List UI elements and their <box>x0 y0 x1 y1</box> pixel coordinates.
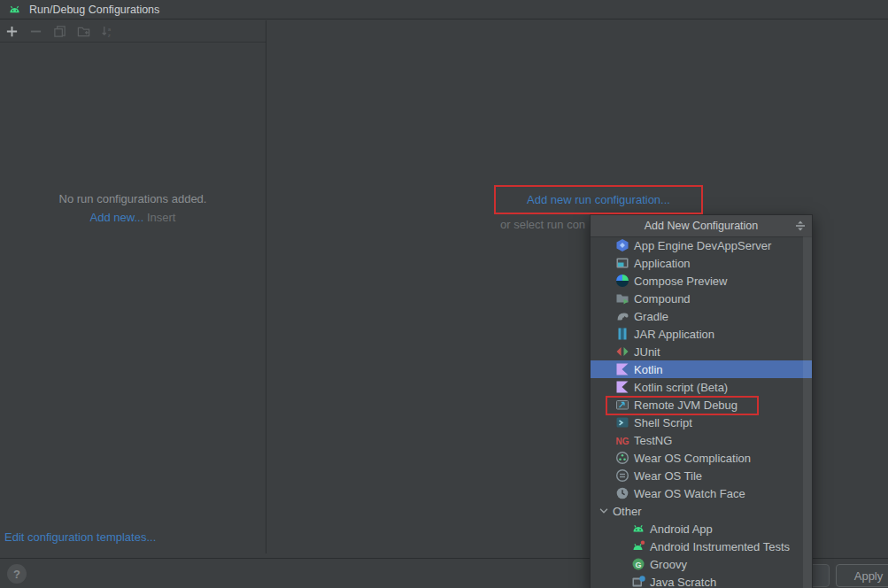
android-instrumented-tests-icon <box>631 539 645 553</box>
shell-script-icon <box>615 415 629 429</box>
panel-divider <box>266 20 266 553</box>
popup-item-kotlin[interactable]: Kotlin <box>591 360 812 378</box>
gradle-icon <box>615 309 629 323</box>
popup-item-label: Compose Preview <box>634 275 728 288</box>
popup-item-label: Remote JVM Debug <box>634 398 737 412</box>
popup-item-label: Kotlin <box>634 363 663 376</box>
popup-item-wear-os-tile[interactable]: Wear OS Tile <box>591 467 812 484</box>
popup-item-wear-os-watch-face[interactable]: Wear OS Watch Face <box>591 484 812 502</box>
popup-item-label: Java Scratch <box>650 576 716 588</box>
wear-os-complication-icon <box>615 451 629 465</box>
popup-scrollbar[interactable] <box>803 236 812 588</box>
popup-item-application[interactable]: Application <box>591 254 812 272</box>
popup-item-label: Wear OS Tile <box>634 469 702 483</box>
compound-icon <box>615 291 629 306</box>
remote-jvm-debug-icon <box>615 398 629 412</box>
popup-item-label: JAR Application <box>634 328 714 341</box>
popup-title: Add New Configuration <box>645 220 759 232</box>
new-folder-button[interactable] <box>77 25 90 38</box>
kotlin-icon <box>615 362 629 376</box>
popup-item-label: Groovy <box>650 558 687 571</box>
android-studio-logo-icon <box>8 3 21 16</box>
popup-item-java-scratch[interactable]: Java Scratch <box>591 573 812 588</box>
kotlin-icon <box>615 380 629 394</box>
app-engine-icon <box>615 238 629 252</box>
junit-icon <box>615 344 629 359</box>
empty-configurations-message: No run configurations added. <box>0 192 266 205</box>
highlight-box-add-new: Add new run configuration... <box>494 185 703 214</box>
popup-item-testng[interactable]: NGTestNG <box>591 431 812 449</box>
add-new-run-configuration-link[interactable]: Add new run configuration... <box>527 193 670 206</box>
wear-os-tile-icon <box>615 468 629 483</box>
popup-item-label: Kotlin script (Beta) <box>634 381 728 394</box>
add-new-row: Add new... Insert <box>0 211 266 224</box>
titlebar: Run/Debug Configurations <box>0 0 888 19</box>
svg-text:G: G <box>635 561 641 569</box>
select-run-configuration-hint: or select run con <box>500 218 585 231</box>
popup-item-label: JUnit <box>634 345 660 359</box>
popup-item-junit[interactable]: JUnit <box>591 343 812 360</box>
chevron-down-icon <box>598 504 610 518</box>
popup-options-icon[interactable] <box>793 219 807 233</box>
popup-header: Add New Configuration <box>591 215 812 237</box>
compose-preview-icon <box>615 274 629 288</box>
apply-button[interactable]: Apply <box>836 564 888 587</box>
copy-button[interactable] <box>53 25 66 38</box>
popup-item-android-app[interactable]: Android App <box>591 520 812 538</box>
android-app-icon <box>631 522 645 536</box>
popup-item-shell-script[interactable]: Shell Script <box>591 414 812 431</box>
popup-item-remote-jvm-debug[interactable]: Remote JVM Debug <box>591 396 812 414</box>
add-new-link[interactable]: Add new... <box>90 211 144 224</box>
popup-item-label: Shell Script <box>634 416 692 429</box>
edit-configuration-templates-link[interactable]: Edit configuration templates... <box>4 530 156 544</box>
configuration-type-list: App Engine DevAppServerApplicationCompos… <box>591 236 812 588</box>
svg-text:a: a <box>108 25 112 31</box>
wear-os-watch-face-icon <box>615 486 629 500</box>
popup-item-kotlin-script-beta[interactable]: Kotlin script (Beta) <box>591 378 812 396</box>
application-icon <box>615 256 629 270</box>
popup-item-label: Gradle <box>634 310 668 323</box>
popup-item-label: Other <box>613 505 642 518</box>
svg-text:NG: NG <box>616 437 629 446</box>
add-button[interactable] <box>5 25 19 38</box>
popup-item-label: App Engine DevAppServer <box>634 239 771 252</box>
configurations-toolbar: az <box>0 20 266 43</box>
svg-text:z: z <box>108 31 111 37</box>
run-debug-configurations-window: Run/Debug Configurations az No run confi… <box>0 0 888 588</box>
popup-item-wear-os-complication[interactable]: Wear OS Complication <box>591 449 812 467</box>
jar-application-icon <box>615 327 629 341</box>
popup-item-compound[interactable]: Compound <box>591 290 812 307</box>
popup-item-label: Wear OS Watch Face <box>634 487 745 500</box>
popup-item-label: Compound <box>634 292 691 306</box>
testng-icon: NG <box>615 433 629 447</box>
sort-alphabetically-button[interactable]: az <box>101 25 114 38</box>
add-new-shortcut-hint: Insert <box>147 211 176 224</box>
popup-item-label: Application <box>634 257 691 270</box>
popup-item-compose-preview[interactable]: Compose Preview <box>591 272 812 290</box>
popup-item-label: Android Instrumented Tests <box>650 540 790 553</box>
popup-item-android-instrumented-tests[interactable]: Android Instrumented Tests <box>591 538 812 555</box>
help-button[interactable]: ? <box>7 564 27 584</box>
popup-item-label: Wear OS Complication <box>634 452 751 465</box>
java-scratch-icon <box>631 575 645 588</box>
popup-item-other[interactable]: Other <box>591 502 812 520</box>
add-new-configuration-popup: Add New Configuration App Engine DevAppS… <box>590 214 813 588</box>
popup-item-groovy[interactable]: GGroovy <box>591 555 812 573</box>
popup-item-label: TestNG <box>634 434 672 447</box>
popup-item-jar-application[interactable]: JAR Application <box>591 325 812 343</box>
window-title: Run/Debug Configurations <box>29 4 159 16</box>
popup-item-gradle[interactable]: Gradle <box>591 307 812 325</box>
popup-item-app-engine-devappserver[interactable]: App Engine DevAppServer <box>591 236 812 254</box>
remove-button[interactable] <box>29 25 42 38</box>
groovy-icon: G <box>631 557 645 571</box>
popup-item-label: Android App <box>650 522 713 536</box>
